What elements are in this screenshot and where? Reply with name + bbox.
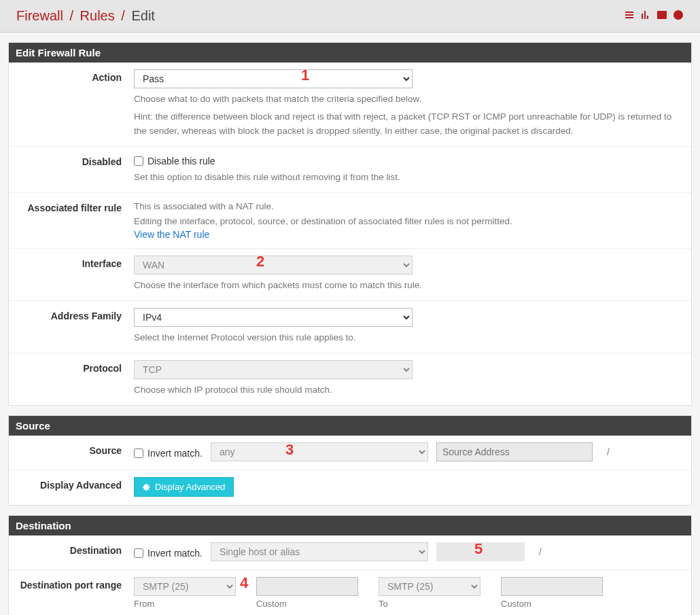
row-interface: Interface WAN 2 Choose the interface fro…: [9, 249, 691, 301]
row-dest-port: Destination port range SMTP (25) From 4 …: [9, 570, 691, 615]
dest-invert-label: Invert match.: [147, 548, 203, 559]
interface-help: Choose the interface from which packets …: [134, 279, 682, 292]
assoc-link[interactable]: View the NAT rule: [134, 229, 209, 240]
action-select[interactable]: Pass: [134, 69, 413, 88]
assoc-l1: This is associated with a NAT rule.: [134, 200, 682, 213]
action-hint: Hint: the difference between block and r…: [134, 110, 682, 138]
disable-checkbox-label: Disable this rule: [147, 156, 215, 166]
source-slash: /: [601, 446, 616, 457]
port-from-select: SMTP (25): [134, 577, 236, 596]
svg-point-1: [673, 10, 683, 20]
family-help: Select the Internet Protocol version thi…: [134, 331, 682, 345]
label-interface: Interface: [18, 256, 134, 269]
breadcrumb-c: Edit: [131, 8, 154, 23]
row-protocol: Protocol TCP Choose which IP protocol th…: [9, 353, 691, 405]
action-help: Choose what to do with packets that matc…: [134, 92, 682, 106]
disable-checkbox-wrap[interactable]: Disable this rule: [134, 154, 682, 166]
label-destination: Destination: [18, 542, 134, 556]
breadcrumb-b[interactable]: Rules: [80, 8, 115, 23]
assoc-l2: Editing the interface, protocol, source,…: [134, 215, 682, 228]
row-destination: Destination Invert match. Single host or…: [9, 535, 691, 570]
dest-address-input: [436, 542, 525, 561]
port-from-label: From: [134, 599, 236, 609]
disable-checkbox[interactable]: [134, 156, 143, 166]
protocol-help: Choose which IP protocol this rule shoul…: [134, 383, 682, 397]
dest-type-select: Single host or alias: [211, 542, 428, 561]
row-family: Address Family IPv4 Select the Internet …: [9, 301, 691, 353]
display-advanced-label: Display Advanced: [155, 482, 225, 492]
topbar-icons: [624, 10, 684, 23]
panel-title-destination: Destination: [9, 516, 691, 535]
breadcrumb-a[interactable]: Firewall: [16, 8, 63, 23]
breadcrumb: Firewall / Rules / Edit: [16, 8, 155, 24]
svg-rect-0: [657, 11, 667, 19]
interface-select: WAN: [134, 256, 413, 275]
port-to-label: To: [379, 599, 480, 609]
dest-invert-checkbox[interactable]: [134, 548, 143, 558]
stats-icon[interactable]: [640, 10, 651, 23]
row-disabled: Disabled Disable this rule Set this opti…: [9, 147, 691, 193]
label-display-advanced: Display Advanced: [18, 477, 134, 491]
port-custom1-label: Custom: [256, 599, 358, 609]
source-type-select: any: [211, 442, 428, 461]
panel-title-edit: Edit Firewall Rule: [9, 43, 691, 63]
display-advanced-button[interactable]: Display Advanced: [134, 477, 234, 497]
disabled-help: Set this option to disable this rule wit…: [134, 171, 682, 184]
dest-slash: /: [533, 546, 548, 557]
top-bar: Firewall / Rules / Edit: [0, 0, 700, 33]
label-disabled: Disabled: [18, 154, 134, 167]
family-select[interactable]: IPv4: [134, 308, 413, 327]
badge-4: 4: [240, 574, 248, 592]
port-custom2-label: Custom: [501, 599, 603, 609]
port-to-custom: [501, 577, 603, 596]
dest-invert-wrap[interactable]: Invert match.: [134, 546, 203, 559]
port-to-select: SMTP (25): [379, 577, 480, 596]
row-display-advanced: Display Advanced Display Advanced: [9, 470, 691, 505]
panel-destination: Destination Destination Invert match. Si…: [8, 515, 692, 615]
port-from-custom: [256, 577, 358, 596]
row-source: Source Invert match. any 3 /: [9, 436, 691, 470]
source-invert-checkbox[interactable]: [134, 449, 143, 458]
source-invert-wrap[interactable]: Invert match.: [134, 446, 203, 459]
row-assoc: Associated filter rule This is associate…: [9, 193, 691, 249]
source-invert-label: Invert match.: [147, 448, 203, 459]
protocol-select: TCP: [134, 360, 413, 379]
breadcrumb-sep: /: [121, 8, 125, 23]
sliders-icon[interactable]: [624, 10, 635, 23]
label-assoc: Associated filter rule: [18, 200, 134, 213]
row-action: Action Pass 1 Choose what to do with pac…: [9, 63, 691, 147]
label-family: Address Family: [18, 308, 134, 321]
panel-source: Source Source Invert match. any 3 / Disp…: [8, 415, 692, 506]
breadcrumb-sep: /: [69, 8, 73, 23]
gear-icon: [143, 483, 151, 491]
panel-edit-rule: Edit Firewall Rule Action Pass 1 Choose …: [8, 42, 692, 406]
source-address-input: [436, 442, 593, 461]
log-icon[interactable]: [657, 10, 667, 23]
label-dest-port: Destination port range: [18, 577, 134, 591]
panel-title-source: Source: [9, 416, 691, 436]
label-action: Action: [18, 69, 134, 83]
label-source: Source: [18, 442, 134, 456]
help-icon[interactable]: [673, 10, 684, 23]
label-protocol: Protocol: [18, 360, 134, 374]
